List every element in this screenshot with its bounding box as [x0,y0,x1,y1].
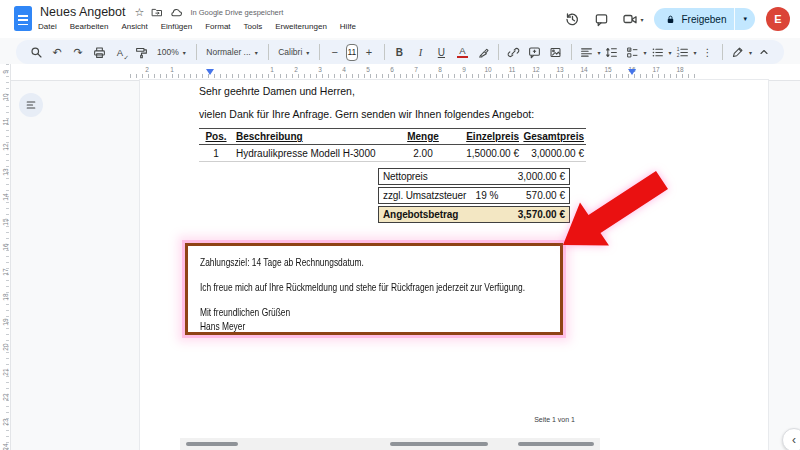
note-line: Mit freundlichen Grüßen [200,306,548,319]
editing-mode-pen-icon[interactable] [728,42,748,62]
right-indent-marker[interactable] [628,69,636,79]
menu-bearbeiten[interactable]: Bearbeiten [70,22,109,31]
toolbar-divider [571,44,572,60]
summary-value: 3,000.00 € [505,171,565,182]
toolbar-divider [498,44,499,60]
highlight-color-icon[interactable] [473,42,493,62]
document-page[interactable]: Sehr geehrte Damen und Herren, vielen Da… [140,80,768,450]
numbered-list-icon[interactable]: 12 [672,42,692,62]
search-icon[interactable] [26,42,46,62]
docs-logo[interactable] [14,6,32,31]
document-title[interactable]: Neues Angebot [40,5,126,19]
paint-format-icon[interactable] [131,42,151,62]
side-panel-collapse-button[interactable]: ‹ [782,428,800,450]
line-spacing-icon[interactable] [601,42,621,62]
summary-row[interactable]: zzgl. Umsatzsteuer19 %570.00 € [378,187,570,204]
account-avatar[interactable]: E [766,7,790,31]
more-options-icon[interactable]: ⋮ [697,42,717,62]
move-folder-icon[interactable] [151,6,163,18]
add-comment-icon[interactable] [525,42,545,62]
font-family-select[interactable]: Calibri ▾ [273,47,314,57]
paragraph-style-select[interactable]: Normaler ... ▾ [201,47,262,57]
bulleted-list-dropdown-icon[interactable]: ▾ [668,49,671,56]
menu-erweiterungen[interactable]: Erweiterungen [275,22,327,31]
ruler-ticks [130,74,700,78]
spellcheck-icon[interactable]: A ✓ [110,42,130,62]
underline-button[interactable]: U [431,42,451,62]
menu-datei[interactable]: Datei [38,22,57,31]
summary-row[interactable]: Nettopreis3,000.00 € [378,168,570,185]
version-history-icon[interactable] [563,10,581,28]
intro-line[interactable]: vielen Dank für Ihre Anfrage. Gern sende… [199,108,534,120]
align-dropdown-icon[interactable]: ▾ [597,49,600,56]
items-table[interactable]: Pos.BeschreibungMengeEinzelpreisGesamtpr… [199,128,586,162]
menu-einfügen[interactable]: Einfügen [161,22,193,31]
star-icon[interactable]: ☆ [135,6,145,19]
ruler-number: 7 [408,66,424,73]
italic-button[interactable]: I [410,42,430,62]
font-size-input[interactable]: 11 [346,44,358,61]
text-color-button[interactable]: A [452,42,472,62]
video-call-icon[interactable] [621,10,639,28]
menu-format[interactable]: Format [205,22,230,31]
menu-hilfe[interactable]: Hilfe [340,22,356,31]
note-line: Zahlungsziel: 14 Tage ab Rechnungsdatum. [200,256,548,269]
video-call-dropdown-icon[interactable]: ▾ [640,16,643,23]
items-cell: 1 [199,148,233,159]
left-indent-marker[interactable] [206,69,214,79]
note-line: Hans Meyer [200,320,548,333]
ruler-number: 15 [600,66,616,73]
comments-icon[interactable] [592,10,610,28]
horizontal-ruler[interactable]: 21123456789101112131415161718 [10,64,800,81]
summary-table[interactable]: Nettopreis3,000.00 €zzgl. Umsatzsteuer19… [378,168,570,225]
zoom-select[interactable]: 100% ▾ [152,47,191,57]
numbered-list-dropdown-icon[interactable]: ▾ [693,49,696,56]
summary-label: zzgl. Umsatzsteuer [383,190,469,201]
outline-icon [25,99,37,111]
greeting-line[interactable]: Sehr geehrte Damen und Herren, [199,85,355,97]
redo-icon[interactable]: ↷ [68,42,88,62]
share-button-label: Freigeben [681,14,726,25]
items-cell: 2.00 [395,148,451,159]
share-button-main[interactable]: Freigeben [654,14,734,25]
items-column-header: Pos. [199,131,233,142]
video-call-group[interactable]: ▾ [621,10,643,28]
insert-link-icon[interactable] [504,42,524,62]
ruler-number: 14 [576,66,592,73]
collapse-toolbar-icon[interactable] [754,42,774,62]
footer-text-fragment [390,442,488,446]
increase-font-size-button[interactable]: + [359,42,379,62]
bulleted-list-icon[interactable] [647,42,667,62]
summary-row[interactable]: Angebotsbetrag3,570.00 € [378,206,570,223]
items-table-row[interactable]: 1Hydraulikpresse Modell H-30002.001,5000… [199,145,586,162]
spellcheck-check: ✓ [124,54,129,62]
undo-icon[interactable]: ↶ [47,42,67,62]
editing-mode-dropdown-icon[interactable]: ▾ [749,49,752,56]
checklist-icon[interactable] [622,42,642,62]
ruler-number: 6 [384,66,400,73]
toolbar: ↶ ↷ A ✓ 100% ▾ Normaler ... ▾ Calibri [16,40,784,64]
share-button[interactable]: Freigeben ▾ [654,8,755,30]
ruler-number: 4 [336,66,352,73]
items-cell: 1,5000.00 € [451,148,521,159]
summary-label: Nettopreis [383,171,469,182]
bold-button[interactable]: B [389,42,409,62]
print-icon[interactable] [89,42,109,62]
checklist-dropdown-icon[interactable]: ▾ [643,49,646,56]
insert-image-icon[interactable] [546,42,566,62]
items-cell: Hydraulikpresse Modell H-3000 [233,148,395,159]
ruler-number: 8 [432,66,448,73]
document-canvas: Sehr geehrte Damen und Herren, vielen Da… [0,80,800,450]
ruler-number: 12 [528,66,544,73]
highlighted-note-box[interactable]: Zahlungsziel: 14 Tage ab Rechnungsdatum.… [185,243,563,335]
menu-tools[interactable]: Tools [244,22,263,31]
titlebar-actions: ▾ Freigeben ▾ E [563,6,790,32]
items-cell: 3,0000.00 € [521,148,586,159]
document-outline-button[interactable] [19,93,43,117]
cloud-saved-icon[interactable] [170,6,183,19]
summary-value: 3,570.00 € [505,209,565,220]
align-icon[interactable] [576,42,596,62]
share-dropdown-icon[interactable]: ▾ [735,15,755,23]
menu-ansicht[interactable]: Ansicht [121,22,147,31]
decrease-font-size-button[interactable]: − [325,42,345,62]
